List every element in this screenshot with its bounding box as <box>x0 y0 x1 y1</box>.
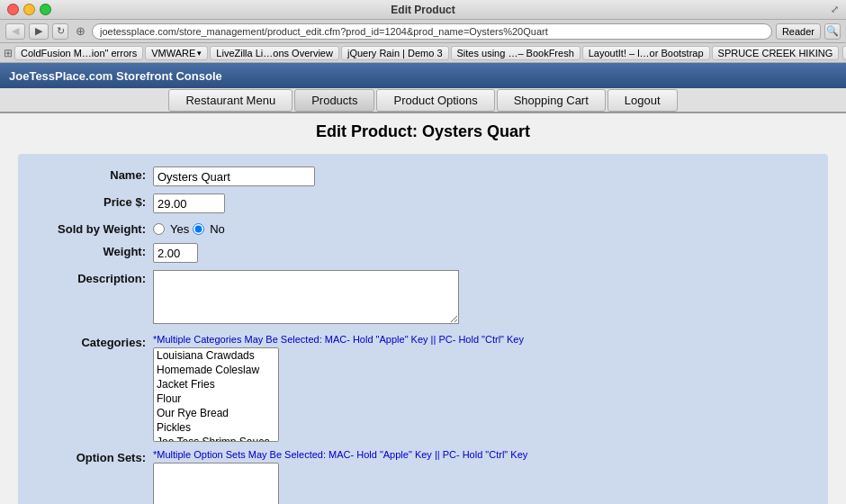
window-title: Edit Product <box>391 4 454 16</box>
price-field <box>153 194 810 213</box>
bookmark-coldfusion[interactable]: ColdFusion M…ion" errors <box>14 46 143 60</box>
bookmark-livezilla[interactable]: LiveZilla Li…ons Overview <box>210 46 339 60</box>
description-row: Description: <box>18 270 810 327</box>
sold-by-weight-no-label: No <box>210 222 225 236</box>
categories-hint: *Multiple Categories May Be Selected: MA… <box>153 334 810 345</box>
reload-button[interactable]: ↻ <box>52 23 68 40</box>
option-sets-hint: *Multiple Option Sets May Be Selected: M… <box>153 449 810 460</box>
sold-by-weight-no-radio[interactable] <box>193 223 204 235</box>
name-row: Name: <box>18 166 810 186</box>
address-bar: ◀ ▶ ↻ ⊕ Reader 🔍 <box>0 20 846 43</box>
forward-button[interactable]: ▶ <box>29 23 49 40</box>
site-header: JoeTessPlace.com Storefront Console <box>0 63 846 88</box>
price-input[interactable] <box>153 194 225 213</box>
sold-by-weight-row: Sold by Weight: Yes No <box>18 220 810 236</box>
nav-shopping-cart[interactable]: Shopping Cart <box>497 89 606 112</box>
price-row: Price $: <box>18 194 810 213</box>
name-label: Name: <box>18 166 153 182</box>
minimize-button[interactable] <box>23 4 35 15</box>
title-expand-icon[interactable]: ⤢ <box>831 4 839 15</box>
weight-input[interactable] <box>153 243 198 263</box>
bookmarks-grid-icon[interactable]: ⊞ <box>4 47 13 59</box>
maximize-button[interactable] <box>40 4 51 15</box>
close-button[interactable] <box>7 4 19 15</box>
sold-by-weight-yes-radio[interactable] <box>153 223 165 235</box>
description-label: Description: <box>18 270 153 285</box>
search-icon[interactable]: 🔍 <box>824 23 841 40</box>
categories-field: *Multiple Categories May Be Selected: MA… <box>153 334 810 442</box>
categories-listbox[interactable]: Louisiana CrawdadsHomemade ColeslawJacke… <box>153 347 279 442</box>
reader-button[interactable]: Reader <box>776 23 821 40</box>
weight-label: Weight: <box>18 243 153 258</box>
bookmark-spruce-creek[interactable]: SPRUCE CREEK HIKING <box>712 46 840 60</box>
sold-by-weight-field: Yes No <box>153 220 810 236</box>
title-bar: Edit Product ⤢ <box>0 0 846 20</box>
page-title: Edit Product: Oysters Quart <box>0 122 846 141</box>
option-sets-listbox[interactable] <box>153 463 279 504</box>
price-label: Price $: <box>18 194 153 209</box>
sold-by-weight-yes-label: Yes <box>170 222 189 236</box>
back-button[interactable]: ◀ <box>5 23 25 40</box>
name-input[interactable] <box>153 166 315 186</box>
option-sets-label: Option Sets: <box>18 449 153 464</box>
window-controls[interactable] <box>7 4 51 15</box>
navigation-bar: Restaurant Menu Products Product Options… <box>0 88 846 113</box>
categories-row: Categories: *Multiple Categories May Be … <box>18 334 810 442</box>
nav-products[interactable]: Products <box>294 89 374 112</box>
categories-label: Categories: <box>18 334 153 349</box>
bookmark-icon[interactable]: ⊕ <box>72 23 88 40</box>
weight-row: Weight: <box>18 243 810 263</box>
bookmark-vmware[interactable]: VMWARE <box>145 46 208 60</box>
address-input[interactable] <box>92 23 772 40</box>
bookmarks-bar: ⊞ ColdFusion M…ion" errors VMWARE LiveZi… <box>0 43 846 63</box>
site-title: JoeTessPlace.com Storefront Console <box>9 69 222 83</box>
weight-field <box>153 243 810 263</box>
nav-logout[interactable]: Logout <box>608 89 678 112</box>
nav-product-options[interactable]: Product Options <box>376 89 494 112</box>
bookmark-layoutit[interactable]: LayoutIt! – l…or Bootstrap <box>582 46 710 60</box>
bookmark-sites[interactable]: Sites using …– BookFresh <box>451 46 580 60</box>
description-textarea[interactable] <box>153 270 459 324</box>
sold-by-weight-label: Sold by Weight: <box>18 220 153 236</box>
description-field <box>153 270 810 327</box>
bookmark-jquery[interactable]: jQuery Rain | Demo 3 <box>341 46 449 60</box>
bookmarks-more-button[interactable]: » <box>842 46 846 60</box>
name-field <box>153 166 810 186</box>
nav-restaurant-menu[interactable]: Restaurant Menu <box>168 89 292 112</box>
edit-product-form: Name: Price $: Sold by Weight: Yes No We <box>18 154 828 504</box>
main-content: Edit Product: Oysters Quart Name: Price … <box>0 113 846 504</box>
option-sets-row: Option Sets: *Multiple Option Sets May B… <box>18 449 810 504</box>
option-sets-field: *Multiple Option Sets May Be Selected: M… <box>153 449 810 504</box>
